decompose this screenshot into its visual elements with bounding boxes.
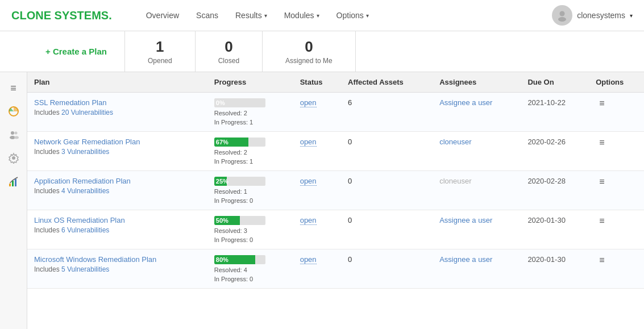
status-badge-3[interactable]: open — [300, 216, 317, 225]
remediation-table-area: Plan Progress Status Affected Assets Ass… — [27, 72, 644, 329]
plan-name-link-1[interactable]: Network Gear Remediation Plan — [34, 138, 140, 146]
vuln-count-link-2[interactable]: 4 Vulnerabilities — [61, 187, 109, 195]
svg-point-6 — [14, 136, 19, 139]
col-progress: Progress — [207, 72, 293, 93]
status-badge-2[interactable]: open — [300, 177, 317, 186]
status-badge-0[interactable]: open — [300, 98, 317, 107]
col-status: Status — [293, 72, 341, 93]
cell-due-4: 2020-01-30 — [521, 249, 589, 289]
progress-label-2: 25% — [216, 177, 228, 186]
col-due-on: Due On — [521, 72, 589, 93]
progress-bar-outer-3: 50% — [214, 216, 265, 225]
sidebar-icon-settings[interactable] — [3, 148, 24, 168]
cell-plan-0: SSL Remedation Plan Includes 20 Vulnerab… — [27, 93, 207, 132]
stats-bar: + Create a Plan 1 Opened 0 Closed 0 Assi… — [0, 31, 644, 72]
cell-assignee-0: Assignee a user — [433, 93, 521, 132]
sidebar-icon-chart[interactable] — [3, 101, 24, 122]
modules-dropdown-arrow: ▾ — [317, 13, 319, 19]
stat-opened-number: 1 — [156, 38, 164, 56]
assignee-link-1[interactable]: cloneuser — [439, 138, 471, 146]
progress-label-0: 0% — [216, 98, 225, 107]
cell-status-3: open — [293, 210, 341, 249]
progress-resolved-4: Resolved: 4 — [214, 266, 286, 273]
assignee-muted-2: cloneuser — [439, 177, 471, 185]
svg-rect-9 — [12, 181, 14, 186]
stat-opened[interactable]: 1 Opened — [125, 31, 196, 72]
plan-name-link-4[interactable]: Microsoft Windows Remediation Plan — [34, 255, 156, 264]
status-badge-1[interactable]: open — [300, 138, 317, 147]
stat-assigned[interactable]: 0 Assigned to Me — [263, 31, 356, 72]
cell-due-1: 2020-02-26 — [521, 132, 589, 171]
status-badge-4[interactable]: open — [300, 255, 317, 264]
options-menu-button-1[interactable]: ≡ — [596, 136, 608, 148]
table-row: SSL Remedation Plan Includes 20 Vulnerab… — [27, 93, 644, 132]
cell-assignee-3: Assignee a user — [433, 210, 521, 249]
nav-overview[interactable]: Overview — [146, 11, 179, 20]
vuln-count-link-0[interactable]: 20 Vulnerabilities — [61, 109, 113, 116]
cell-affected-1: 0 — [341, 132, 433, 171]
logo[interactable]: CLONE SYSTEMS. — [11, 9, 112, 22]
sidebar-menu-toggle[interactable]: ≡ — [3, 78, 24, 98]
vuln-count-link-1[interactable]: 3 Vulnerabilities — [61, 148, 109, 156]
progress-inprogress-4: In Progress: 0 — [214, 276, 286, 282]
table-row: Linux OS Remediation Plan Includes 6 Vul… — [27, 210, 644, 249]
options-menu-button-2[interactable]: ≡ — [596, 176, 608, 188]
main-nav: Overview Scans Results ▾ Modules ▾ Optio… — [146, 11, 552, 20]
cell-assignee-2: cloneuser — [433, 171, 521, 210]
nav-results[interactable]: Results ▾ — [235, 11, 267, 20]
plan-name-link-3[interactable]: Linux OS Remediation Plan — [34, 216, 125, 224]
sidebar-icon-report[interactable] — [3, 171, 24, 191]
progress-container-2: 25% Resolved: 1 In Progress: 0 — [214, 177, 286, 204]
due-date-value-3: 2020-01-30 — [527, 216, 566, 224]
svg-point-1 — [558, 17, 566, 22]
cell-options-0: ≡ — [589, 93, 644, 132]
cell-affected-3: 0 — [341, 210, 433, 249]
affected-assets-value-0: 6 — [348, 98, 352, 107]
cell-affected-0: 6 — [341, 93, 433, 132]
progress-inprogress-3: In Progress: 0 — [214, 236, 286, 243]
nav-modules[interactable]: Modules ▾ — [284, 11, 319, 20]
svg-point-5 — [14, 132, 17, 135]
sidebar-icon-users[interactable] — [3, 124, 24, 145]
cell-due-3: 2020-01-30 — [521, 210, 589, 249]
remediation-table: Plan Progress Status Affected Assets Ass… — [27, 72, 644, 289]
nav-scans[interactable]: Scans — [196, 11, 218, 20]
progress-container-3: 50% Resolved: 3 In Progress: 0 — [214, 216, 286, 243]
assignee-link-3[interactable]: Assignee a user — [439, 216, 492, 224]
create-plan-button[interactable]: + Create a Plan — [34, 31, 125, 72]
avatar — [552, 5, 572, 26]
progress-container-0: 0% Resolved: 2 In Progress: 1 — [214, 98, 286, 126]
cell-options-4: ≡ — [589, 249, 644, 289]
assignee-link-0[interactable]: Assignee a user — [439, 98, 492, 107]
vuln-count-link-4[interactable]: 5 Vulnerabilities — [61, 265, 109, 273]
plan-includes-2: Includes 4 Vulnerabilities — [34, 187, 201, 195]
assignee-link-4[interactable]: Assignee a user — [439, 255, 492, 264]
cell-plan-2: Application Remediation Plan Includes 4 … — [27, 171, 207, 210]
progress-resolved-0: Resolved: 2 — [214, 110, 286, 116]
due-date-value-4: 2020-01-30 — [527, 255, 566, 264]
progress-label-3: 50% — [216, 216, 228, 225]
main-layout: ≡ — [0, 72, 644, 329]
progress-bar-outer-2: 25% — [214, 177, 265, 186]
user-menu[interactable]: clonesystems ▾ — [552, 5, 633, 26]
cell-plan-3: Linux OS Remediation Plan Includes 6 Vul… — [27, 210, 207, 249]
stat-assigned-label: Assigned to Me — [285, 57, 333, 65]
options-menu-button-3[interactable]: ≡ — [596, 215, 608, 227]
progress-bar-outer-1: 67% — [214, 138, 265, 147]
plan-includes-0: Includes 20 Vulnerabilities — [34, 109, 201, 116]
affected-assets-value-4: 0 — [348, 255, 352, 264]
progress-inprogress-2: In Progress: 0 — [214, 197, 286, 204]
cell-progress-1: 67% Resolved: 2 In Progress: 1 — [207, 132, 293, 171]
nav-options[interactable]: Options ▾ — [336, 11, 369, 20]
stat-closed[interactable]: 0 Closed — [196, 31, 263, 72]
affected-assets-value-3: 0 — [348, 216, 352, 224]
plan-name-link-2[interactable]: Application Remediation Plan — [34, 177, 131, 185]
options-menu-button-0[interactable]: ≡ — [596, 97, 608, 109]
vuln-count-link-3[interactable]: 6 Vulnerabilities — [61, 226, 109, 234]
plan-name-link-0[interactable]: SSL Remedation Plan — [34, 98, 106, 107]
col-options: Options — [589, 72, 644, 93]
options-menu-button-4[interactable]: ≡ — [596, 254, 608, 266]
cell-affected-4: 0 — [341, 249, 433, 289]
progress-resolved-3: Resolved: 3 — [214, 227, 286, 234]
col-assignees: Assignees — [433, 72, 521, 93]
